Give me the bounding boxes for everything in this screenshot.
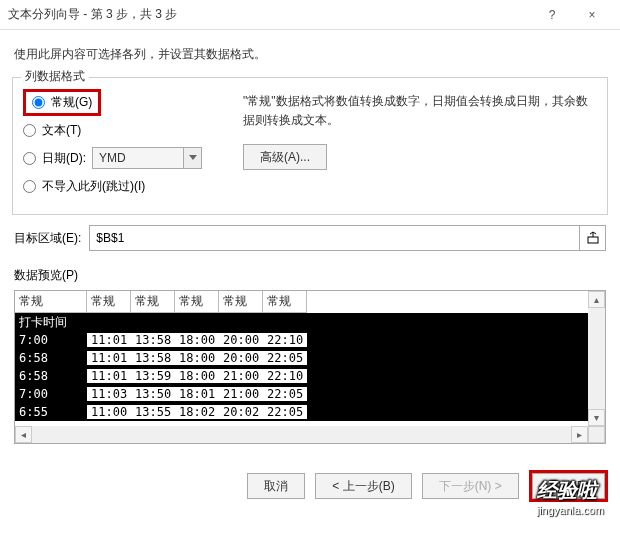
table-cell: 18:00 (175, 369, 219, 383)
radio-general[interactable] (32, 96, 45, 109)
table-cell: 11:03 (87, 387, 131, 401)
preview-special-header: 打卡时间 (15, 313, 588, 331)
table-cell: 18:02 (175, 405, 219, 419)
titlebar: 文本分列向导 - 第 3 步，共 3 步 ? × (0, 0, 620, 30)
table-cell: 7:00 (15, 387, 87, 401)
cancel-button[interactable]: 取消 (247, 473, 305, 499)
table-cell: 18:00 (175, 333, 219, 347)
preview-data-rows: 打卡时间7:0011:0113:5818:0020:0022:106:5811:… (15, 313, 588, 421)
range-picker-icon (586, 231, 600, 245)
table-cell: 7:00 (15, 333, 87, 347)
close-button[interactable]: × (572, 0, 612, 30)
range-picker-button[interactable] (579, 226, 605, 250)
table-cell: 11:00 (87, 405, 131, 419)
table-cell: 22:05 (263, 405, 307, 419)
preview-box: 常规常规常规常规常规常规 打卡时间7:0011:0113:5818:0020:0… (14, 290, 606, 444)
window-title: 文本分列向导 - 第 3 步，共 3 步 (8, 6, 532, 23)
svg-marker-0 (189, 155, 197, 160)
table-cell: 20:00 (219, 351, 263, 365)
date-format-combo[interactable]: YMD (92, 147, 202, 169)
table-cell: 6:58 (15, 369, 87, 383)
button-row: 取消 < 上一步(B) 下一步(N) > 完成(F) (0, 454, 620, 514)
highlight-finish: 完成(F) (529, 470, 608, 502)
table-cell: 13:55 (131, 405, 175, 419)
target-input-wrap (89, 225, 606, 251)
preview-header-cell[interactable]: 常规 (131, 291, 175, 313)
highlight-general: 常规(G) (23, 89, 101, 116)
table-cell: 18:00 (175, 351, 219, 365)
table-cell: 13:59 (131, 369, 175, 383)
table-cell: 13:58 (131, 333, 175, 347)
table-cell: 20:00 (219, 333, 263, 347)
table-cell: 22:05 (263, 351, 307, 365)
radio-date[interactable] (23, 152, 36, 165)
back-button[interactable]: < 上一步(B) (315, 473, 411, 499)
table-row[interactable]: 6:5511:0013:5518:0220:0222:05 (15, 403, 588, 421)
table-row[interactable]: 7:0011:0113:5818:0020:0022:10 (15, 331, 588, 349)
preview-content[interactable]: 常规常规常规常规常规常规 打卡时间7:0011:0113:5818:0020:0… (15, 291, 588, 426)
scroll-down-icon[interactable]: ▾ (588, 409, 605, 426)
scroll-right-icon[interactable]: ▸ (571, 426, 588, 443)
table-cell: 18:01 (175, 387, 219, 401)
table-cell: 20:02 (219, 405, 263, 419)
target-label: 目标区域(E): (14, 230, 81, 247)
target-input[interactable] (90, 231, 579, 245)
svg-rect-1 (588, 237, 598, 243)
preview-header-cell[interactable]: 常规 (15, 291, 87, 313)
table-cell: 13:50 (131, 387, 175, 401)
radio-skip[interactable] (23, 180, 36, 193)
help-button[interactable]: ? (532, 0, 572, 30)
preview-header-cell[interactable]: 常规 (87, 291, 131, 313)
horizontal-scrollbar[interactable]: ◂ ▸ (15, 426, 588, 443)
table-cell: 22:10 (263, 333, 307, 347)
chevron-down-icon (183, 148, 201, 168)
scroll-left-icon[interactable]: ◂ (15, 426, 32, 443)
radio-skip-label: 不导入此列(跳过)(I) (42, 178, 145, 195)
table-cell: 22:10 (263, 369, 307, 383)
radio-text-label: 文本(T) (42, 122, 81, 139)
preview-header-cell[interactable]: 常规 (219, 291, 263, 313)
table-cell: 6:55 (15, 405, 87, 419)
table-cell: 21:00 (219, 387, 263, 401)
table-cell: 11:01 (87, 369, 131, 383)
format-description: "常规"数据格式将数值转换成数字，日期值会转换成日期，其余数据则转换成文本。 (243, 92, 597, 130)
table-cell: 11:01 (87, 333, 131, 347)
preview-header-cell[interactable]: 常规 (175, 291, 219, 313)
instruction-text: 使用此屏内容可选择各列，并设置其数据格式。 (14, 46, 606, 63)
hscroll-track[interactable] (32, 426, 571, 443)
scroll-track[interactable] (588, 308, 605, 409)
table-cell: 6:58 (15, 351, 87, 365)
preview-special-header-cell: 打卡时间 (15, 314, 87, 331)
table-cell: 21:00 (219, 369, 263, 383)
radio-general-label: 常规(G) (51, 94, 92, 111)
table-cell: 11:01 (87, 351, 131, 365)
date-format-value: YMD (93, 151, 183, 165)
advanced-button[interactable]: 高级(A)... (243, 144, 327, 170)
scroll-up-icon[interactable]: ▴ (588, 291, 605, 308)
table-cell: 13:58 (131, 351, 175, 365)
preview-label: 数据预览(P) (14, 267, 606, 284)
group-title: 列数据格式 (21, 68, 89, 85)
table-row[interactable]: 7:0011:0313:5018:0121:0022:05 (15, 385, 588, 403)
scroll-corner (588, 426, 605, 443)
vertical-scrollbar[interactable]: ▴ ▾ (588, 291, 605, 426)
column-format-group: 列数据格式 常规(G) 文本(T) 日期(D): YMD (12, 77, 608, 215)
finish-button[interactable]: 完成(F) (532, 473, 605, 499)
next-button: 下一步(N) > (422, 473, 519, 499)
preview-header-cell[interactable]: 常规 (263, 291, 307, 313)
table-row[interactable]: 6:5811:0113:5918:0021:0022:10 (15, 367, 588, 385)
radio-text[interactable] (23, 124, 36, 137)
table-row[interactable]: 6:5811:0113:5818:0020:0022:05 (15, 349, 588, 367)
preview-header-row: 常规常规常规常规常规常规 (15, 291, 588, 313)
table-cell: 22:05 (263, 387, 307, 401)
radio-date-label: 日期(D): (42, 150, 86, 167)
